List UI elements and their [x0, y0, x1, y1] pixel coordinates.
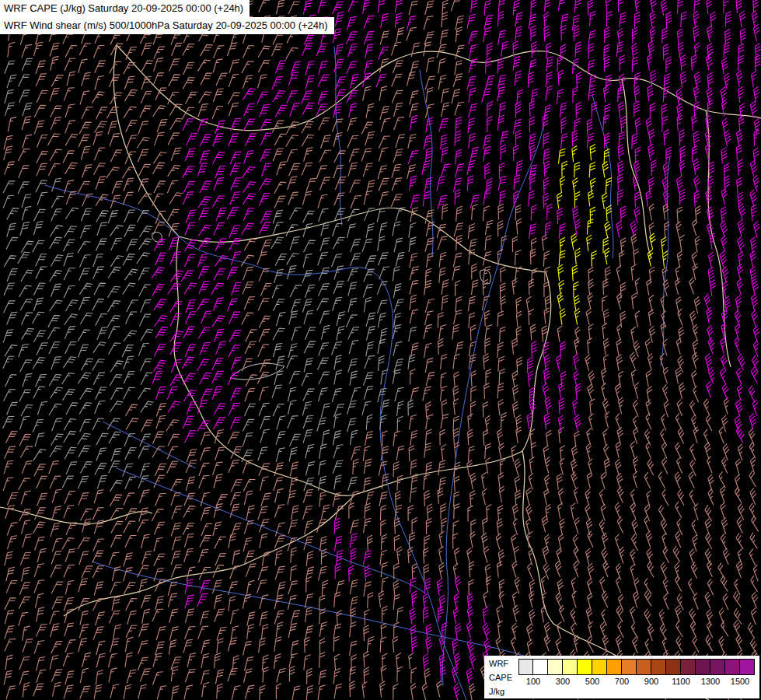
legend-tick-label: 1100 — [672, 677, 690, 686]
legend-units-label: J/kg — [489, 687, 512, 696]
legend-color-swatch — [563, 659, 578, 675]
legend-color-swatch — [548, 659, 563, 675]
legend-color-swatch — [607, 659, 622, 675]
legend-tick-label: 1500 — [731, 677, 749, 686]
legend-scale: 100300500700900110013001500 — [518, 659, 755, 696]
legend-color-swatch — [740, 659, 755, 675]
legend-color-swatch — [518, 659, 533, 675]
river — [592, 95, 613, 258]
legend-labels: WRF CAPE J/kg — [489, 659, 518, 696]
river — [45, 185, 466, 700]
legend-ticks: 100300500700900110013001500 — [518, 677, 755, 688]
country-border — [706, 110, 731, 367]
legend-color-swatch — [666, 659, 681, 675]
legend-color-swatch — [725, 659, 740, 675]
legend-tick-label: 100 — [526, 677, 540, 686]
title-wind-shear: WRF Wind shear (m/s) 500/1000hPa Saturda… — [0, 17, 334, 34]
country-border — [179, 208, 546, 272]
legend-tick-label: 1300 — [701, 677, 720, 686]
lake-outline — [480, 270, 491, 284]
legend-color-swatch — [578, 659, 592, 675]
legend-color-swatch — [681, 659, 696, 675]
legend-color-swatch — [637, 659, 651, 675]
legend-color-swatch — [710, 659, 725, 675]
weather-map-view: WRF CAPE (J/kg) Saturday 20-09-2025 00:0… — [0, 0, 761, 700]
legend-color-swatch — [651, 659, 666, 675]
legend-tick-label: 500 — [585, 677, 599, 686]
legend-color-swatch — [696, 659, 710, 675]
legend-color-swatch — [592, 659, 607, 675]
legend-colorbar — [518, 659, 755, 675]
legend-tick-label: 900 — [644, 677, 658, 686]
cape-legend: WRF CAPE J/kg 10030050070090011001300150… — [484, 656, 759, 698]
legend-color-swatch — [533, 659, 548, 675]
legend-color-swatch — [622, 659, 637, 675]
titlebar: WRF CAPE (J/kg) Saturday 20-09-2025 00:0… — [0, 0, 334, 34]
title-cape: WRF CAPE (J/kg) Saturday 20-09-2025 00:0… — [0, 0, 250, 17]
river — [442, 123, 544, 686]
legend-model-label: WRF — [489, 659, 512, 668]
weather-map-canvas — [0, 0, 761, 700]
legend-variable-label: CAPE — [489, 673, 512, 682]
wind-barbs-layer — [3, 0, 761, 700]
wind-barbs — [3, 0, 759, 700]
legend-tick-label: 300 — [556, 677, 570, 686]
legend-tick-label: 700 — [615, 677, 629, 686]
